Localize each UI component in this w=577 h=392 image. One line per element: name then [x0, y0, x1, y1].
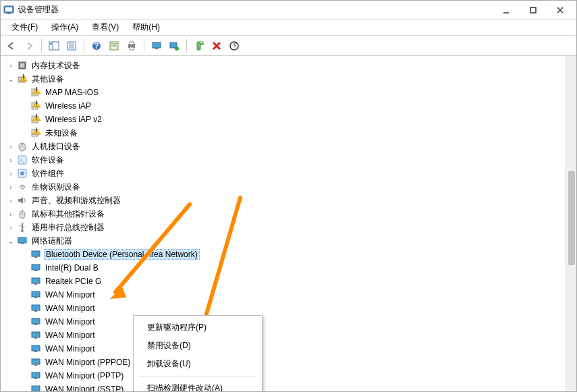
svg-rect-20 — [130, 42, 134, 45]
tree-node-wirelessiap[interactable]: !Wireless iAP — [20, 99, 566, 113]
tree-node-wirelessiapv2[interactable]: !Wireless iAP v2 — [20, 113, 566, 126]
app-icon — [3, 5, 14, 16]
close-button[interactable] — [547, 2, 574, 18]
svg-rect-72 — [34, 351, 37, 352]
tree-node-software-dev[interactable]: ›软件设备 — [6, 153, 566, 167]
tree-node-hid[interactable]: ›人机接口设备 — [6, 140, 566, 153]
chevron-down-icon[interactable]: ⌄ — [6, 74, 16, 84]
tree-node-wan4[interactable]: WAN Miniport — [20, 329, 566, 342]
chevron-right-icon[interactable]: › — [6, 196, 16, 205]
ctx-uninstall-device[interactable]: 卸载设备(U) — [135, 355, 260, 373]
svg-point-48 — [20, 171, 24, 175]
tree-node-unknown[interactable]: !未知设备 — [20, 126, 566, 140]
svg-rect-61 — [32, 278, 40, 283]
tree-node-wan-sstp[interactable]: WAN Miniport (SSTP) — [20, 383, 566, 391]
chevron-right-icon[interactable]: › — [6, 61, 16, 70]
chevron-right-icon[interactable]: › — [6, 142, 16, 151]
properties-button[interactable] — [63, 38, 80, 54]
network-adapter-icon — [30, 249, 41, 260]
tree-node-mapmas[interactable]: !MAP MAS-iOS — [20, 86, 566, 99]
menu-bar: 文件(F) 操作(A) 查看(V) 帮助(H) — [1, 20, 576, 36]
svg-text:!: ! — [35, 128, 37, 136]
refresh-button[interactable] — [166, 38, 182, 54]
chip-icon — [17, 60, 28, 71]
chevron-right-icon[interactable]: › — [6, 182, 16, 192]
tree-node-network[interactable]: ⌄网络适配器 — [6, 234, 566, 248]
ctx-update-driver[interactable]: 更新驱动程序(P) — [135, 318, 260, 337]
svg-rect-66 — [34, 310, 37, 312]
menu-help[interactable]: 帮助(H) — [126, 20, 167, 34]
svg-rect-33 — [20, 63, 24, 67]
scan-button[interactable] — [226, 38, 242, 54]
forward-button[interactable] — [21, 38, 37, 54]
add-device-button[interactable]: + — [191, 38, 207, 54]
tree-node-sound[interactable]: ›声音、视频和游戏控制器 — [6, 194, 566, 207]
warning-device-icon: ! — [30, 128, 41, 138]
network-adapter-icon — [30, 370, 41, 381]
details-button[interactable] — [106, 38, 122, 54]
svg-rect-75 — [32, 372, 40, 378]
monitor-button[interactable] — [148, 38, 165, 54]
svg-rect-68 — [34, 324, 37, 325]
svg-rect-67 — [32, 318, 40, 324]
warning-device-icon: ! — [17, 74, 28, 84]
window-title: 设备管理器 — [18, 4, 493, 16]
menu-view[interactable]: 查看(V) — [85, 20, 126, 34]
ctx-disable-device[interactable]: 禁用设备(D) — [135, 337, 260, 355]
help-button[interactable]: ? — [88, 38, 105, 54]
tree-node-intel[interactable]: Intel(R) Dual B — [20, 261, 566, 275]
svg-rect-63 — [32, 291, 40, 297]
tree-node-wan-pppoe[interactable]: WAN Miniport (PPPOE) — [20, 356, 566, 369]
svg-rect-60 — [34, 270, 37, 271]
remove-button[interactable] — [209, 38, 225, 54]
svg-rect-64 — [34, 297, 37, 298]
tree-node-wan1[interactable]: WAN Miniport — [20, 288, 566, 302]
warning-device-icon: ! — [30, 101, 41, 111]
tree-node-memory[interactable]: ›内存技术设备 — [6, 59, 566, 72]
tree-node-realtek[interactable]: Realtek PCIe G — [20, 275, 566, 288]
tree-node-other[interactable]: ⌄!其他设备 — [6, 72, 566, 86]
menu-action[interactable]: 操作(A) — [45, 20, 85, 34]
tree-node-bluetooth-pan[interactable]: Bluetooth Device (Personal Area Network) — [20, 248, 566, 261]
menu-file[interactable]: 文件(F) — [5, 20, 45, 34]
tree-node-biometric[interactable]: ›生物识别设备 — [6, 180, 566, 194]
showhide-button[interactable] — [46, 38, 62, 54]
svg-rect-1 — [5, 7, 12, 11]
svg-rect-77 — [32, 386, 40, 391]
vertical-scrollbar[interactable] — [566, 56, 576, 391]
tree-node-mouse[interactable]: ›鼠标和其他指针设备 — [6, 207, 566, 221]
chevron-right-icon[interactable]: › — [6, 223, 16, 232]
tree-node-wan5[interactable]: WAN Miniport — [20, 342, 566, 356]
network-icon — [17, 235, 28, 246]
scrollbar-thumb[interactable] — [568, 171, 575, 265]
network-adapter-icon — [30, 316, 41, 327]
tree-node-wan-pptp[interactable]: WAN Miniport (PPTP) — [20, 369, 566, 383]
svg-rect-56 — [21, 243, 24, 244]
warning-device-icon: ! — [30, 87, 41, 98]
maximize-button[interactable] — [520, 2, 547, 18]
minimize-button[interactable] — [493, 2, 520, 18]
svg-text:!: ! — [35, 114, 37, 122]
svg-rect-23 — [155, 48, 158, 49]
network-adapter-icon — [30, 357, 41, 368]
svg-text:!: ! — [22, 74, 24, 82]
print-button[interactable] — [123, 38, 140, 54]
tree-node-wan3[interactable]: WAN Miniport — [20, 315, 566, 329]
back-button[interactable] — [3, 38, 20, 54]
ctx-scan-hardware[interactable]: 扫描检测硬件改动(A) — [135, 379, 260, 391]
fingerprint-icon — [17, 181, 28, 192]
device-tree[interactable]: ›内存技术设备 ⌄!其他设备 !MAP MAS-iOS !Wireless iA… — [1, 56, 566, 391]
title-bar: 设备管理器 — [1, 1, 576, 20]
tree-node-usb[interactable]: ›通用串行总线控制器 — [6, 221, 566, 234]
chevron-right-icon[interactable]: › — [6, 209, 16, 219]
chevron-down-icon[interactable]: ⌄ — [6, 236, 16, 246]
tree-node-software-comp[interactable]: ›软件组件 — [6, 167, 566, 180]
chevron-right-icon[interactable]: › — [6, 169, 16, 178]
network-adapter-icon — [30, 384, 41, 391]
warning-device-icon: ! — [30, 114, 41, 125]
tree-node-wan2[interactable]: WAN Miniport — [20, 302, 566, 315]
chevron-right-icon[interactable]: › — [6, 155, 16, 165]
svg-rect-57 — [32, 251, 40, 256]
svg-text:!: ! — [35, 87, 37, 95]
toolbar: ? + — [1, 36, 576, 56]
